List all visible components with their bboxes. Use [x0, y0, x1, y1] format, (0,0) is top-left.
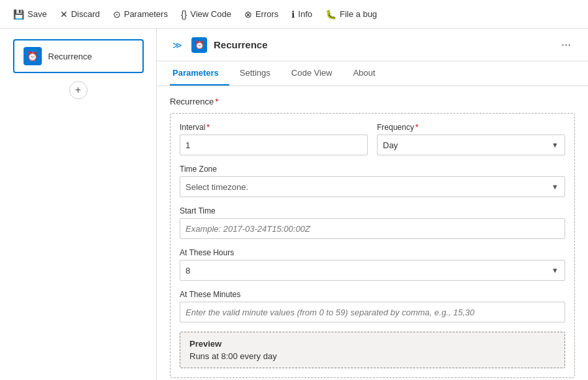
main-layout: ⏰ Recurrence + ≫ ⏰ Recurrence ··· Parame… — [0, 29, 588, 380]
info-button[interactable]: ℹ Info — [286, 7, 318, 22]
tab-about[interactable]: About — [350, 61, 385, 86]
panel-header: ≫ ⏰ Recurrence ··· — [157, 29, 588, 61]
discard-icon: ✕ — [60, 9, 68, 20]
panel-title-icon: ⏰ — [191, 37, 207, 53]
interval-label: Interval* — [180, 123, 368, 132]
interval-group: Interval* — [180, 123, 368, 155]
tab-codeview[interactable]: Code View — [289, 61, 343, 86]
parameters-icon: ⊙ — [113, 9, 121, 20]
toolbar: 💾 Save ✕ Discard ⊙ Parameters {} View Co… — [0, 0, 588, 29]
plus-icon: + — [75, 84, 81, 96]
add-node-button[interactable]: + — [69, 81, 88, 99]
hours-label: At These Hours — [180, 248, 565, 257]
frequency-group: Frequency* Day Hour Minute Month Week ▼ — [377, 123, 565, 155]
minutes-label: At These Minutes — [180, 290, 565, 299]
more-options-button[interactable]: ··· — [557, 37, 575, 53]
hours-select-wrap: 8 0 1 2 3 4 5 6 7 9 10 12 — [180, 260, 565, 281]
recurrence-dashed-box: Interval* Frequency* Day Hour Minute — [170, 113, 575, 378]
hours-group: At These Hours 8 0 1 2 3 4 5 6 7 9 — [180, 248, 565, 281]
expand-button[interactable]: ≫ — [170, 39, 185, 52]
preview-box: Preview Runs at 8:00 every day — [180, 332, 565, 368]
recurrence-node-label: Recurrence — [48, 52, 92, 61]
viewcode-button[interactable]: {} View Code — [176, 7, 237, 22]
form-area: Recurrence* Interval* Frequency* — [157, 86, 588, 380]
frequency-select[interactable]: Day Hour Minute Month Week — [377, 135, 565, 155]
fileabug-button[interactable]: 🐛 File a bug — [320, 7, 382, 22]
tab-settings[interactable]: Settings — [237, 61, 281, 86]
minutes-group: At These Minutes — [180, 290, 565, 323]
interval-frequency-row: Interval* Frequency* Day Hour Minute — [180, 123, 565, 155]
discard-button[interactable]: ✕ Discard — [55, 7, 105, 22]
left-panel: ⏰ Recurrence + — [0, 29, 157, 380]
minutes-input[interactable] — [180, 302, 565, 323]
starttime-group: Start Time — [180, 206, 565, 239]
timezone-group: Time Zone Select timezone. UTC Eastern T… — [180, 165, 565, 197]
required-marker: * — [215, 97, 218, 106]
recurrence-node-icon: ⏰ — [24, 47, 42, 65]
right-panel: ≫ ⏰ Recurrence ··· Parameters Settings C… — [157, 29, 588, 380]
errors-button[interactable]: ⊗ Errors — [239, 7, 284, 22]
tab-parameters[interactable]: Parameters — [170, 61, 229, 86]
viewcode-icon: {} — [181, 9, 187, 20]
info-icon: ℹ — [291, 9, 295, 20]
timezone-select-wrap: Select timezone. UTC Eastern Time Pacifi… — [180, 176, 565, 197]
recurrence-section-label: Recurrence* — [170, 97, 575, 106]
bug-icon: 🐛 — [325, 9, 336, 20]
hours-select[interactable]: 8 0 1 2 3 4 5 6 7 9 10 12 — [180, 260, 565, 281]
starttime-input[interactable] — [180, 218, 565, 239]
frequency-label: Frequency* — [377, 123, 565, 132]
interval-input[interactable] — [180, 135, 368, 155]
save-icon: 💾 — [13, 9, 24, 20]
save-button[interactable]: 💾 Save — [8, 7, 52, 22]
tabs-container: Parameters Settings Code View About — [157, 61, 588, 86]
starttime-label: Start Time — [180, 206, 565, 215]
recurrence-node-card[interactable]: ⏰ Recurrence — [13, 39, 144, 73]
timezone-label: Time Zone — [180, 165, 565, 174]
preview-title: Preview — [189, 339, 555, 349]
preview-text: Runs at 8:00 every day — [189, 351, 555, 361]
frequency-select-wrap: Day Hour Minute Month Week ▼ — [377, 135, 565, 155]
errors-icon: ⊗ — [244, 9, 252, 20]
parameters-button[interactable]: ⊙ Parameters — [108, 7, 173, 22]
panel-title: Recurrence — [214, 39, 551, 50]
timezone-select[interactable]: Select timezone. UTC Eastern Time Pacifi… — [180, 176, 565, 197]
